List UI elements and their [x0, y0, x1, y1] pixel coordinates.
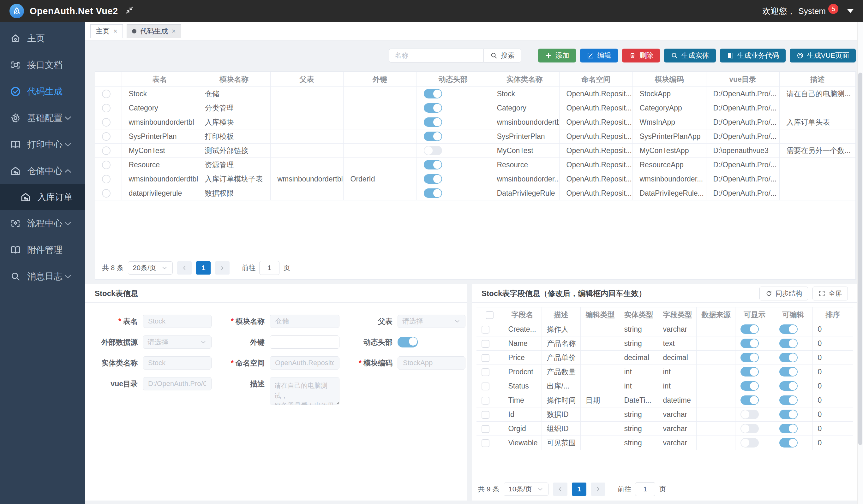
editable-toggle[interactable] [779, 438, 798, 448]
close-icon[interactable]: × [172, 27, 176, 35]
sidebar-item-code-gen[interactable]: 代码生成 [0, 78, 85, 105]
namespace-field[interactable] [270, 356, 339, 370]
table-row[interactable]: Stock 仓储 Stock OpenAuth.Reposit... Stock… [95, 87, 855, 101]
description-field[interactable]: 请在自己的电脑测试， 服务器是看不出效果的 [270, 377, 339, 405]
visible-toggle[interactable] [740, 424, 759, 433]
editable-toggle[interactable] [779, 367, 798, 376]
generate-business-code-button[interactable]: 生成业务代码 [720, 49, 786, 63]
prev-page-button[interactable] [177, 261, 192, 274]
field-row[interactable]: Time 操作时间 日期 DateTi... datetime 0 [476, 393, 853, 408]
table-row[interactable]: SysPrinterPlan 打印模板 SysPrinterPlan OpenA… [95, 129, 855, 144]
sync-structure-button[interactable]: 同步结构 [760, 286, 808, 300]
row-checkbox[interactable] [481, 411, 489, 419]
field-row[interactable]: Prodcnt 产品数量 int int 0 [476, 365, 853, 379]
editable-toggle[interactable] [779, 410, 798, 419]
row-radio[interactable] [102, 90, 111, 98]
dynamic-header-toggle[interactable] [424, 146, 442, 155]
search-input[interactable] [389, 49, 484, 63]
goto-page-input[interactable] [259, 261, 279, 275]
row-checkbox[interactable] [481, 368, 489, 376]
editable-toggle[interactable] [779, 381, 798, 391]
page-number-active[interactable]: 1 [572, 482, 586, 496]
delete-button[interactable]: 删除 [622, 49, 660, 63]
fullscreen-button[interactable]: 全屏 [812, 286, 848, 300]
field-row[interactable]: Orgid 组织ID string varchar 0 [476, 422, 853, 436]
visible-toggle[interactable] [740, 438, 759, 448]
row-checkbox[interactable] [481, 425, 489, 433]
sidebar-item-home[interactable]: 主页 [0, 25, 85, 52]
editable-toggle[interactable] [779, 353, 798, 362]
visible-toggle[interactable] [740, 410, 759, 419]
dynamic-header-toggle[interactable] [424, 132, 442, 141]
editable-toggle[interactable] [779, 424, 798, 433]
edit-button[interactable]: 编辑 [580, 49, 618, 63]
dynamic-header-toggle[interactable] [424, 160, 442, 169]
ext-source-select[interactable]: 请选择 [143, 335, 212, 349]
field-row[interactable]: Create... 操作人 string varchar 0 [476, 322, 853, 336]
user-menu-caret-icon[interactable] [847, 9, 853, 13]
close-icon[interactable]: × [113, 27, 117, 35]
goto-page-input[interactable] [635, 482, 655, 496]
foreign-key-field[interactable] [270, 335, 339, 349]
sidebar-item-message-log[interactable]: 消息日志 [0, 263, 85, 290]
generate-entity-button[interactable]: 生成实体 [664, 49, 716, 63]
field-row[interactable]: Price 产品单价 decimal decimal 0 [476, 351, 853, 365]
tab-code-gen[interactable]: 代码生成 × [127, 24, 181, 38]
visible-toggle[interactable] [740, 381, 759, 391]
page-scrollbar[interactable] [857, 22, 863, 504]
sidebar-item-print-center[interactable]: 打印中心 [0, 131, 85, 158]
row-checkbox[interactable] [481, 354, 489, 362]
table-row[interactable]: MyConTest 测试外部链接 MyConTest OpenAuth.Repo… [95, 144, 855, 158]
module-code-field[interactable] [398, 356, 465, 370]
table-row[interactable]: wmsinboundordertbl 入库模块 wmsinboundordert… [95, 115, 855, 129]
dynamic-header-form-toggle[interactable] [398, 337, 418, 348]
sidebar-item-base-config[interactable]: 基础配置 [0, 105, 85, 131]
visible-toggle[interactable] [740, 396, 759, 405]
row-radio[interactable] [102, 104, 111, 112]
vue-dir-field[interactable] [143, 377, 212, 390]
table-row[interactable]: dataprivilegerule 数据权限 DataPrivilegeRule… [95, 186, 855, 201]
field-row[interactable]: Name 产品名称 string text 0 [476, 336, 853, 351]
sidebar-item-warehouse-center[interactable]: 仓储中心 [0, 158, 85, 184]
parent-table-select[interactable]: 请选择 [398, 315, 465, 328]
row-checkbox[interactable] [481, 397, 489, 404]
generate-vue-page-button[interactable]: 生成VUE页面 [790, 49, 856, 63]
header-user-area[interactable]: 欢迎您， System 5 [762, 6, 853, 17]
table-row[interactable]: Resource 资源管理 Resource OpenAuth.Reposit.… [95, 158, 855, 172]
field-row[interactable]: Status 出库/... int int 0 [476, 379, 853, 393]
dynamic-header-toggle[interactable] [424, 189, 442, 198]
editable-toggle[interactable] [779, 339, 798, 348]
field-row[interactable]: Viewable 可见范围 string varchar 0 [476, 436, 853, 450]
module-name-field[interactable] [270, 315, 339, 328]
collapse-icon[interactable] [125, 6, 134, 16]
sidebar-item-flow-center[interactable]: 流程中心 [0, 210, 85, 237]
dynamic-header-toggle[interactable] [424, 103, 442, 113]
dynamic-header-toggle[interactable] [424, 117, 442, 127]
field-row[interactable]: Id 数据ID string varchar 0 [476, 408, 853, 422]
prev-page-button[interactable] [553, 482, 567, 496]
next-page-button[interactable] [215, 261, 229, 274]
row-checkbox[interactable] [481, 326, 489, 334]
sidebar-item-api-docs[interactable]: 接口文档 [0, 52, 85, 78]
search-button[interactable]: 搜索 [484, 49, 521, 63]
visible-toggle[interactable] [740, 353, 759, 362]
visible-toggle[interactable] [740, 339, 759, 348]
tab-home[interactable]: 主页 × [90, 24, 123, 38]
page-size-select[interactable]: 20条/页 [128, 261, 173, 274]
dynamic-header-toggle[interactable] [424, 89, 442, 99]
row-radio[interactable] [102, 175, 111, 183]
editable-toggle[interactable] [779, 396, 798, 405]
table-row[interactable]: wmsinboundorderdtbl 入库订单模块子表 wmsinboundo… [95, 172, 855, 186]
dynamic-header-toggle[interactable] [424, 174, 442, 184]
sidebar-item-attachments[interactable]: 附件管理 [0, 237, 85, 263]
row-radio[interactable] [102, 160, 111, 169]
row-radio[interactable] [102, 132, 111, 141]
table-row[interactable]: Category 分类管理 Category OpenAuth.Reposit.… [95, 101, 855, 115]
table-name-field[interactable] [143, 315, 212, 328]
page-number-active[interactable]: 1 [196, 261, 211, 274]
row-checkbox[interactable] [481, 383, 489, 390]
scrollbar-thumb[interactable] [858, 73, 862, 445]
visible-toggle[interactable] [740, 324, 759, 334]
select-all-checkbox[interactable] [486, 311, 493, 319]
add-button[interactable]: 添加 [538, 49, 576, 63]
